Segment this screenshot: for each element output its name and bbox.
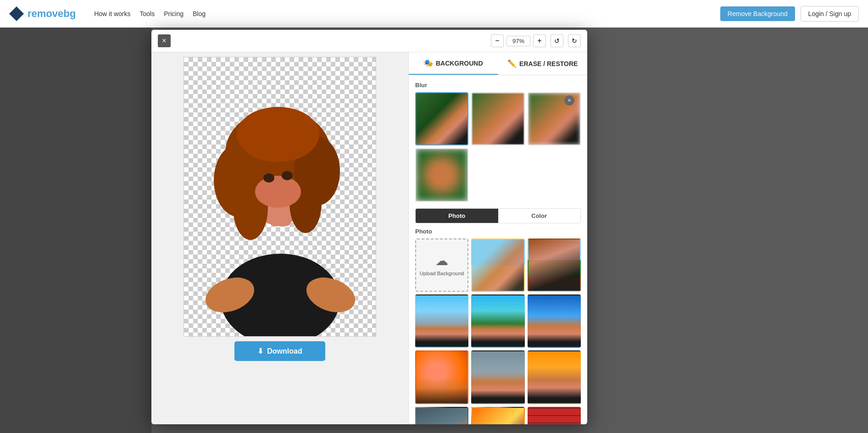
nav-links: How it works Tools Pricing Blog xyxy=(94,10,206,17)
navbar: removebg How it works Tools Pricing Blog… xyxy=(0,0,868,28)
download-label: Download xyxy=(267,347,302,355)
close-button[interactable]: × xyxy=(158,34,171,47)
bg-photo-4[interactable] xyxy=(471,294,524,348)
right-panel: 🎭 BACKGROUND ✏️ ERASE / RESTORE Blur xyxy=(408,52,587,424)
background-tab-label: BACKGROUND xyxy=(436,60,483,67)
bg-photo-6-overlay xyxy=(416,351,467,403)
redo-button[interactable]: ↻ xyxy=(568,34,581,47)
sub-tab-photo[interactable]: Photo xyxy=(416,209,498,223)
nav-blog[interactable]: Blog xyxy=(193,10,206,17)
zoom-out-button[interactable]: − xyxy=(491,34,504,47)
erase-tab-label: ERASE / RESTORE xyxy=(519,60,578,67)
canvas-area: ⬇ Download xyxy=(151,52,408,424)
erase-tab-icon: ✏️ xyxy=(507,59,517,68)
blur-thumbnail-0[interactable] xyxy=(415,92,468,145)
tab-background[interactable]: 🎭 BACKGROUND xyxy=(409,52,498,75)
panel-scroll-area[interactable]: Blur Photo xyxy=(409,75,587,424)
upload-cloud-icon: ☁ xyxy=(435,253,448,268)
sub-tabs: Photo Color xyxy=(415,208,581,223)
blur-grid xyxy=(415,92,581,202)
bg-photo-1[interactable] xyxy=(471,239,524,292)
bg-photo-11-overlay xyxy=(529,408,580,424)
svg-point-12 xyxy=(263,173,274,183)
svg-point-8 xyxy=(237,107,319,162)
upload-background-label: Upload Background xyxy=(420,270,464,277)
blur-thumbnail-1[interactable] xyxy=(471,92,524,145)
download-icon: ⬇ xyxy=(257,347,263,355)
blur-section-label: Blur xyxy=(415,82,581,89)
zoom-value: 97% xyxy=(506,36,530,46)
zoom-controls: − 97% + xyxy=(491,34,546,47)
bg-photo-7[interactable] xyxy=(471,350,524,404)
person-svg xyxy=(184,57,376,336)
upload-background-tile[interactable]: ☁ Upload Background xyxy=(415,239,468,292)
navbar-right: Remove Background Login / Sign up xyxy=(720,6,859,22)
bg-photo-8[interactable] xyxy=(528,350,581,404)
blur-preview-0 xyxy=(416,93,467,144)
tab-erase-restore[interactable]: ✏️ ERASE / RESTORE xyxy=(498,52,588,75)
bg-photo-1-preview xyxy=(472,239,523,291)
bg-photo-9[interactable] xyxy=(415,407,468,424)
remove-bg-button[interactable]: Remove Background xyxy=(720,6,795,21)
panel-tabs: 🎭 BACKGROUND ✏️ ERASE / RESTORE xyxy=(409,52,587,75)
sub-tab-color[interactable]: Color xyxy=(498,209,581,223)
dim-overlay-left xyxy=(0,28,151,433)
zoom-in-button[interactable]: + xyxy=(533,34,546,47)
svg-point-13 xyxy=(282,171,293,180)
logo-bg: bg xyxy=(63,8,76,19)
person-wrapper xyxy=(184,57,376,336)
bg-photo-5[interactable] xyxy=(528,294,581,348)
nav-pricing[interactable]: Pricing xyxy=(164,10,184,17)
svg-point-11 xyxy=(255,176,301,208)
modal-body: ⬇ Download 🎭 BACKGROUND ✏️ ERASE / RESTO… xyxy=(151,52,587,424)
blur-preview-1 xyxy=(472,93,523,144)
logo: removebg xyxy=(9,6,76,21)
login-button[interactable]: Login / Sign up xyxy=(801,6,859,22)
close-icon: × xyxy=(162,37,166,45)
photo-grid: ☁ Upload Background xyxy=(415,239,581,424)
nav-tools[interactable]: Tools xyxy=(140,10,155,17)
photo-section-label: Photo xyxy=(415,228,581,235)
undo-button[interactable]: ↺ xyxy=(551,34,563,47)
logo-remove: remove xyxy=(28,8,63,19)
image-canvas xyxy=(184,57,376,337)
bg-photo-11[interactable] xyxy=(528,407,581,424)
bg-photo-3[interactable] xyxy=(415,294,468,348)
nav-how[interactable]: How it works xyxy=(94,10,130,17)
download-button-wrap: ⬇ Download xyxy=(156,341,404,361)
logo-icon xyxy=(9,6,24,21)
bg-photo-10[interactable] xyxy=(471,407,524,424)
bg-photo-2[interactable] xyxy=(528,239,581,292)
blur-thumbnail-3[interactable] xyxy=(415,148,468,201)
download-button[interactable]: ⬇ Download xyxy=(234,341,325,361)
bg-photo-2-preview xyxy=(529,239,580,291)
blur-preview-3 xyxy=(416,149,467,200)
logo-text: removebg xyxy=(28,8,76,20)
bg-photo-6[interactable] xyxy=(415,350,468,404)
background-tab-icon: 🎭 xyxy=(424,59,433,67)
editor-modal: × − 97% + ↺ ↻ xyxy=(151,30,587,424)
close-notification-button[interactable]: × xyxy=(564,95,574,105)
modal-toolbar: × − 97% + ↺ ↻ xyxy=(151,30,587,52)
